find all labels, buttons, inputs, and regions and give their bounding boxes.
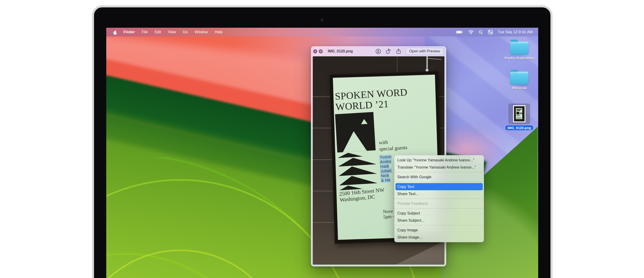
rotate-icon[interactable] (386, 48, 391, 54)
selection-highlight (508, 104, 530, 124)
apple-logo (113, 30, 117, 35)
quick-look-toolbar: Open with Preview (375, 46, 444, 56)
open-with-preview-button[interactable]: Open with Preview (406, 48, 444, 55)
apple-menu[interactable] (113, 30, 117, 34)
menu-bar-left: Finder File Edit View Go Window Help (106, 28, 226, 36)
menu-item-view[interactable]: View (164, 28, 179, 36)
pipe-wire (427, 58, 442, 60)
markup-pen-icon[interactable] (375, 48, 381, 54)
menu-separator (394, 208, 484, 208)
webcam-icon (320, 18, 324, 22)
menu-separator (394, 182, 484, 182)
poster-title: SPOKEN WORD WORLD ’21 (335, 87, 408, 112)
wifi-icon[interactable] (468, 30, 474, 34)
menu-bar: Finder File Edit View Go Window Help (106, 28, 538, 36)
selected-file-label: IMG_0120.png (506, 126, 533, 130)
search-icon[interactable] (478, 30, 483, 34)
pipe-joint (426, 69, 428, 71)
desktop-icon-img-0120[interactable]: IMG_0120.png (501, 104, 538, 130)
share-icon[interactable] (396, 48, 402, 54)
macbook-device: Finder File Edit View Go Window Help (92, 5, 552, 278)
control-center-icon[interactable] (488, 30, 493, 34)
desktop-icon-label: Poetry Inspiration (501, 56, 538, 60)
poster-graphic-square (335, 112, 376, 152)
menu-bar-status: Tue Sep 12 9:41 AM (456, 28, 533, 36)
folder-icon (510, 72, 528, 84)
image-file-thumbnail (513, 105, 526, 122)
menu-item-share-subject[interactable]: Share Subject... (394, 217, 484, 224)
menu-item-copy-subject[interactable]: Copy Subject (394, 210, 484, 217)
menu-item-finder[interactable]: Finder (120, 28, 138, 36)
menu-item-share-image[interactable]: Share Image... (394, 234, 484, 241)
slash-circle-icon (320, 50, 322, 53)
menu-item-look-up[interactable]: Look Up “Yvonne Yamasaki Andrew Ivanov..… (394, 156, 484, 164)
menu-separator (394, 198, 484, 199)
battery-icon[interactable] (456, 30, 463, 34)
menu-item-edit[interactable]: Edit (151, 28, 165, 36)
desktop-icon-poetry-inspiration[interactable]: Poetry Inspiration (501, 42, 538, 60)
menu-item-search-with-google[interactable]: Search With Google (394, 174, 484, 180)
poster-guests-heading: with special guests (378, 138, 408, 152)
menu-separator (394, 172, 484, 172)
desktop-screen: Finder File Edit View Go Window Help (106, 28, 538, 278)
desktop-icon-label: Personal (501, 86, 538, 90)
context-menu: Look Up “Yvonne Yamasaki Andrew Ivanov..… (394, 155, 484, 242)
poster-graphic-triangles (338, 151, 378, 191)
window-title: IMG_0120.png (328, 49, 353, 53)
menu-item-help[interactable]: Help (211, 28, 226, 36)
poster-selected-names[interactable]: Yvonn Andre Hadi Julian Nick & He (379, 154, 393, 183)
fullscreen-button[interactable] (319, 50, 323, 53)
menu-item-copy-text[interactable]: Copy Text (396, 183, 483, 190)
poster-date: Nove 5pm – (383, 208, 395, 220)
folder-icon (510, 42, 528, 54)
menu-item-share-text[interactable]: Share Text... (394, 190, 484, 198)
close-button[interactable] (313, 50, 317, 53)
menu-item-copy-image[interactable]: Copy Image (394, 226, 484, 234)
menu-item-go[interactable]: Go (180, 28, 191, 36)
menu-item-translate[interactable]: Translate “Yvonne Yamasaki Andrew Ivanov… (394, 164, 484, 171)
quick-look-titlebar[interactable]: IMG_0120.png (311, 46, 446, 56)
menu-bar-clock[interactable]: Tue Sep 12 9:41 AM (498, 30, 533, 34)
menu-separator (394, 225, 484, 225)
menu-item-provide-feedback: Provide Feedback (394, 200, 484, 207)
close-icon (314, 50, 316, 52)
menu-item-window[interactable]: Window (191, 28, 211, 36)
desktop-icon-personal[interactable]: Personal (501, 72, 538, 90)
menu-item-file[interactable]: File (138, 28, 151, 36)
